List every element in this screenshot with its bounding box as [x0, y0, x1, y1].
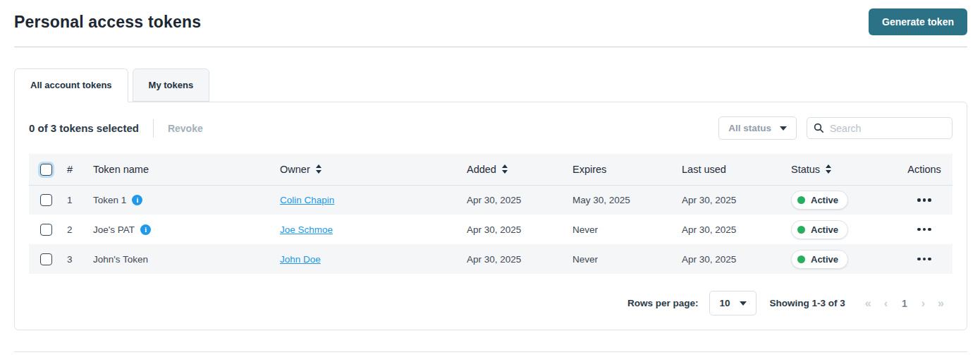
added-date: Apr 30, 2025	[463, 244, 568, 274]
table-row: 1 Token 1i Colin Chapin Apr 30, 2025 May…	[29, 185, 953, 215]
selection-controls: 0 of 3 tokens selected Revoke	[29, 119, 203, 138]
rows-per-page-value: 10	[719, 298, 730, 308]
row-number: 3	[63, 244, 89, 274]
token-name: Token 1	[93, 195, 126, 205]
table-row: 2 Joe's PATi Joe Schmoe Apr 30, 2025 Nev…	[29, 215, 953, 244]
search-container	[807, 117, 953, 139]
filter-controls: All status	[718, 116, 953, 140]
first-page-button[interactable]: «	[862, 297, 874, 310]
search-input[interactable]	[807, 117, 953, 139]
page-title: Personal access tokens	[14, 13, 201, 32]
status-badge: Active	[791, 250, 848, 269]
last-used-date: Apr 30, 2025	[678, 244, 787, 274]
rows-per-page-select[interactable]: 10	[709, 291, 757, 315]
search-icon	[814, 123, 824, 136]
expires-date: May 30, 2025	[568, 185, 678, 215]
row-checkbox[interactable]	[40, 253, 52, 265]
status-filter-value: All status	[728, 123, 771, 133]
table-row: 3 John's Token John Doe Apr 30, 2025 Nev…	[29, 244, 953, 274]
row-number: 2	[63, 215, 89, 244]
generate-token-button[interactable]: Generate token	[869, 8, 967, 35]
column-header-status[interactable]: Status	[787, 154, 896, 185]
row-actions-button[interactable]	[916, 224, 933, 236]
status-badge: Active	[791, 220, 848, 239]
tokens-panel: 0 of 3 tokens selected Revoke All status	[14, 102, 967, 330]
page-number-button[interactable]: 1	[898, 298, 912, 309]
tab-my-tokens[interactable]: My tokens	[133, 68, 210, 102]
status-dot-icon	[797, 226, 805, 234]
toolbar-divider	[153, 119, 154, 138]
token-name: Joe's PAT	[93, 224, 135, 235]
sort-arrows-icon[interactable]	[502, 164, 508, 174]
sort-arrows-icon[interactable]	[826, 164, 831, 174]
row-number: 1	[63, 185, 89, 215]
previous-page-button[interactable]: ‹	[881, 297, 890, 310]
page: Personal access tokens Generate token Al…	[0, 0, 980, 352]
row-checkbox[interactable]	[40, 194, 52, 206]
tab-all-account-tokens[interactable]: All account tokens	[14, 68, 128, 102]
column-header-added[interactable]: Added	[463, 154, 568, 185]
added-date: Apr 30, 2025	[463, 215, 568, 244]
token-name: John's Token	[93, 254, 148, 265]
owner-link[interactable]: Joe Schmoe	[280, 224, 333, 235]
row-checkbox[interactable]	[40, 224, 52, 236]
info-icon[interactable]: i	[140, 224, 151, 235]
last-used-date: Apr 30, 2025	[678, 185, 787, 215]
last-page-button[interactable]: »	[935, 297, 947, 310]
header-divider	[14, 47, 967, 47]
pagination-bar: Rows per page: 10 Showing 1-3 of 3 « ‹ 1…	[29, 291, 953, 315]
selection-count-text: 0 of 3 tokens selected	[29, 122, 139, 134]
select-all-checkbox[interactable]	[40, 164, 52, 176]
showing-range-text: Showing 1-3 of 3	[769, 298, 845, 308]
status-badge: Active	[791, 191, 848, 210]
tab-bar: All account tokens My tokens	[14, 68, 967, 102]
tokens-table: # Token name Owner Added Expires Last us…	[29, 154, 953, 274]
column-header-token-name: Token name	[89, 154, 276, 185]
last-used-date: Apr 30, 2025	[678, 215, 787, 244]
next-page-button[interactable]: ›	[919, 297, 928, 310]
rows-per-page-label: Rows per page:	[627, 298, 699, 308]
table-toolbar: 0 of 3 tokens selected Revoke All status	[29, 116, 953, 140]
row-actions-button[interactable]	[916, 253, 933, 265]
column-header-expires: Expires	[568, 154, 678, 185]
page-navigation: « ‹ 1 › »	[862, 297, 947, 310]
page-header: Personal access tokens Generate token	[14, 0, 967, 35]
column-header-num: #	[63, 154, 89, 185]
row-actions-button[interactable]	[916, 194, 933, 206]
column-header-last-used: Last used	[678, 154, 787, 185]
page-bottom-divider	[14, 351, 967, 352]
owner-link[interactable]: Colin Chapin	[280, 195, 334, 205]
expires-date: Never	[568, 215, 678, 244]
expires-date: Never	[568, 244, 678, 274]
column-header-actions: Actions	[896, 154, 953, 185]
added-date: Apr 30, 2025	[463, 185, 568, 215]
owner-link[interactable]: John Doe	[280, 254, 321, 265]
table-header-row: # Token name Owner Added Expires Last us…	[29, 154, 953, 185]
status-dot-icon	[797, 255, 805, 263]
sort-arrows-icon[interactable]	[316, 164, 321, 174]
status-filter-select[interactable]: All status	[718, 116, 797, 140]
info-icon[interactable]: i	[132, 195, 142, 205]
revoke-button[interactable]: Revoke	[168, 123, 203, 134]
column-header-owner[interactable]: Owner	[276, 154, 463, 185]
status-dot-icon	[797, 196, 805, 204]
chevron-down-icon	[780, 126, 787, 131]
chevron-down-icon	[740, 301, 747, 306]
